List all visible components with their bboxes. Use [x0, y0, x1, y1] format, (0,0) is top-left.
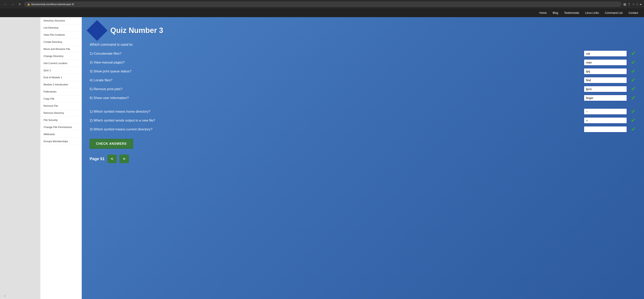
nav-home[interactable]: Home: [539, 11, 547, 15]
question-row-6: 6) Show user information? ✔: [90, 95, 636, 101]
sidebar-item-create-directory[interactable]: Create Directory: [40, 39, 82, 46]
checkmark-5: ✔: [630, 86, 636, 92]
question-4-text: 4) Locate files?: [90, 78, 580, 82]
sidebar: Directory Structure List Directory View …: [40, 17, 82, 299]
question-row-2: 2) View manual pages? ✔: [90, 59, 636, 66]
answer-input-2[interactable]: [584, 59, 627, 66]
page-nav: Page 51 < >: [90, 155, 636, 163]
lock-icon: 🔒: [27, 3, 30, 6]
nav-command-list[interactable]: Command List: [605, 11, 622, 15]
question-8-text: 2) Which symbol sends output to a new fi…: [90, 119, 580, 123]
nav-contact[interactable]: Contact: [629, 11, 638, 15]
sidebar-item-change-file-permissions[interactable]: Change File Permissions: [40, 124, 82, 131]
prev-page-button[interactable]: <: [108, 155, 117, 163]
left-gray-panel: [0, 17, 40, 299]
question-5-text: 5) Remove print jobs?: [90, 87, 580, 91]
checkmark-9: ✔: [630, 126, 636, 133]
question-row-3: 3) Show print queue status? ✔: [90, 68, 636, 75]
sidebar-item-groups-memberships[interactable]: Groups Memberships: [40, 138, 82, 145]
sidebar-item-change-directory[interactable]: Change Directory: [40, 53, 82, 60]
scroll-down-arrow[interactable]: ⌄: [3, 293, 6, 297]
question-7-text: 1) Which symbol means home directory?: [90, 110, 580, 114]
checkmark-3: ✔: [630, 68, 636, 75]
answer-input-7[interactable]: [584, 108, 627, 115]
check-answers-button[interactable]: CHECK ANSWERS: [90, 139, 133, 149]
window-icon[interactable]: □: [636, 3, 638, 6]
sidebar-item-copy-file[interactable]: Copy File: [40, 95, 82, 102]
checkmark-1: ✔: [630, 50, 636, 57]
question-row-1: 1) Concatenate files? ✔: [90, 50, 636, 57]
sidebar-item-end-of-module-1[interactable]: End of Module 1: [40, 74, 82, 81]
sidebar-item-file-security[interactable]: File Security: [40, 117, 82, 124]
question-row-5: 5) Remove print jobs? ✔: [90, 86, 636, 92]
sidebar-item-pathnames[interactable]: Pathnames: [40, 88, 82, 95]
sidebar-item-directory-structure[interactable]: Directory Structure: [40, 17, 82, 24]
main-area: Directory Structure List Directory View …: [0, 17, 644, 299]
url-text: linuxsurvival.com/linux-tutorial-quiz-3/: [31, 3, 74, 6]
nav-linux-links[interactable]: Linux Links: [585, 11, 599, 15]
top-nav: Home Blog Testimonials Linux Links Comma…: [0, 9, 644, 17]
address-bar[interactable]: 🔒 linuxsurvival.com/linux-tutorial-quiz-…: [24, 2, 621, 7]
section1-prompt: Which command is used to:: [90, 43, 636, 47]
sidebar-item-remove-directory[interactable]: Remove Directory: [40, 109, 82, 117]
question-3-text: 3) Show print queue status?: [90, 69, 580, 73]
back-button[interactable]: ←: [2, 2, 8, 7]
sidebar-item-move-rename-file[interactable]: Move and Rename File: [40, 46, 82, 53]
answer-input-9[interactable]: [584, 126, 627, 133]
profile-icon[interactable]: ●: [640, 3, 642, 6]
sidebar-item-wildcards[interactable]: Wildcards: [40, 131, 82, 138]
sidebar-item-remove-file[interactable]: Remove File: [40, 102, 82, 109]
browser-actions: ▦ ⇧ ☆ □ ●: [623, 2, 642, 6]
page-label: Page 51: [90, 157, 105, 161]
checkmark-6: ✔: [630, 95, 636, 101]
answer-input-5[interactable]: [584, 86, 627, 92]
answer-input-1[interactable]: [584, 50, 627, 57]
answer-input-6[interactable]: [584, 95, 627, 101]
next-page-button[interactable]: >: [120, 155, 129, 163]
sidebar-item-view-file-contents[interactable]: View File Contents: [40, 31, 82, 39]
question-1-text: 1) Concatenate files?: [90, 52, 580, 56]
quiz-header: Quiz Number 3: [90, 23, 636, 38]
forward-button[interactable]: →: [10, 2, 15, 7]
question-row-7: 1) Which symbol means home directory? ✔: [90, 108, 636, 115]
answer-input-8[interactable]: [584, 117, 627, 124]
sidebar-item-quiz-1[interactable]: Quiz 1: [40, 67, 82, 74]
refresh-button[interactable]: ↻: [17, 2, 22, 7]
question-6-text: 6) Show user information?: [90, 96, 580, 100]
sidebar-item-get-current-location[interactable]: Get Current Location: [40, 60, 82, 67]
sidebar-item-module-2-intro[interactable]: Module 2 Introduction: [40, 81, 82, 88]
checkmark-7: ✔: [630, 108, 636, 115]
question-2-text: 2) View manual pages?: [90, 61, 580, 65]
main-content: Quiz Number 3 Which command is used to: …: [82, 17, 644, 299]
bookmark-icon[interactable]: ☆: [632, 2, 635, 6]
checkmark-8: ✔: [630, 117, 636, 124]
question-row-4: 4) Locate files? ✔: [90, 77, 636, 83]
answer-input-4[interactable]: [584, 77, 627, 83]
answer-input-3[interactable]: [584, 68, 627, 75]
question-row-9: 3) Which symbol means current directory?…: [90, 126, 636, 133]
nav-blog[interactable]: Blog: [552, 11, 558, 15]
checkmark-4: ✔: [630, 77, 636, 83]
screenshot-icon[interactable]: ▦: [623, 2, 626, 6]
nav-testimonials[interactable]: Testimonials: [564, 11, 579, 15]
sidebar-item-list-directory[interactable]: List Directory: [40, 24, 82, 31]
site-wrapper: Home Blog Testimonials Linux Links Comma…: [0, 9, 644, 299]
browser-chrome: ← → ↻ 🔒 linuxsurvival.com/linux-tutorial…: [0, 0, 644, 9]
quiz-title: Quiz Number 3: [110, 26, 163, 35]
share-icon[interactable]: ⇧: [628, 2, 630, 6]
checkmark-2: ✔: [630, 59, 636, 66]
question-row-8: 2) Which symbol sends output to a new fi…: [90, 117, 636, 124]
question-9-text: 3) Which symbol means current directory?: [90, 127, 580, 131]
